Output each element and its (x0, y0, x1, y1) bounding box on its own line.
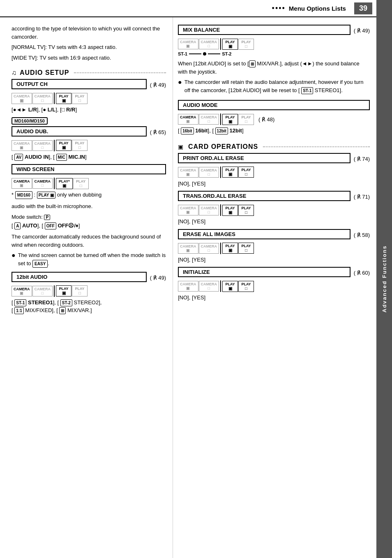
16bit-badge: 16bit (181, 127, 194, 134)
wind-description: The camcorder automatically reduces the … (12, 233, 166, 249)
audio-12bit-section: 12bit AUDIO ( ℟ 49) CAMERA ▣ CAMERA □ PL… (12, 272, 166, 315)
audio-dub-cam2: CAMERA □ (32, 140, 53, 151)
cam-icon-2: □ (41, 98, 44, 103)
wind-bullet-text: The wind screen cannot be turned off whe… (18, 251, 166, 268)
erase-all-wrap: ERASE ALL IMAGES (178, 229, 350, 241)
cam-btn-1: CAMERA ▣ (12, 93, 32, 104)
var-badge: ⊞ (59, 307, 66, 314)
wind-play2: PLAY □ (73, 178, 89, 189)
wind-screen-wrap: WIND SCREEN (12, 164, 166, 176)
mb-play2: PLAY □ (238, 39, 254, 50)
trans-ord-wrap: TRANS.ORD.ALL ERASE (178, 191, 350, 203)
po-play1: PLAY ▣ (222, 167, 238, 178)
side-tab: Advanced Functions (376, 0, 392, 558)
mix-balance-box: MIX BALANCE (178, 25, 350, 35)
audio-mode-cam-play: CAMERA ▣ CAMERA □ PLAY ▣ PLAY □ ( ℟ 48) (178, 113, 370, 125)
mode-p-badge: P (44, 215, 50, 220)
auto-badge: A (14, 222, 21, 229)
md160-badge-sm: MD160 (15, 191, 32, 199)
divider-4 (54, 285, 55, 297)
mb-play1: PLAY ▣ (222, 39, 238, 50)
po-cam2: CAMERA □ (199, 167, 219, 178)
initialize-wrap: INITIALIZE (178, 267, 350, 279)
audio-dub-cam1: CAMERA ▣ (12, 140, 32, 151)
header-dots: •••• (272, 4, 286, 13)
audio-setup-header: ♫ AUDIO SETUP (12, 69, 166, 76)
play-btn-1: PLAY ▣ (56, 93, 71, 104)
cam-label-2: CAMERA (35, 94, 51, 98)
output-ch-values: [●◄► L/R], [● L/L], [□ R/R] (12, 106, 166, 114)
cam-btn-2: CAMERA □ (32, 93, 53, 104)
audio-mode-wrap: AUDIO MODE (178, 100, 370, 112)
bullet-dot-1: ● (12, 251, 16, 268)
mode-switch-line: Mode switch: P (12, 214, 166, 220)
audio-mode-ref: ( ℟ 48) (258, 116, 274, 123)
off-badge: OFF (45, 222, 56, 229)
wind-auto-off: [ A AUTO], [ OFF OFF☹/♦] (12, 222, 166, 230)
st-dash-left (189, 53, 201, 54)
audio-mode-values: [ 16bit 16bit], [ 12bit 12bit] (178, 127, 370, 135)
wind-screen-cam-play: CAMERA ▣ CAMERA □ PLAY* ▣ PLAY □ (12, 178, 166, 189)
init-play1: PLAY ▣ (222, 281, 238, 292)
init-play2: PLAY □ (238, 281, 254, 292)
11-badge: 1:1 (14, 307, 23, 314)
card-icon: ▣ (178, 144, 183, 150)
a12-play1: PLAY ▣ (56, 285, 71, 296)
am-play1: PLAY ▣ (222, 114, 238, 125)
divider-to (220, 204, 221, 216)
st-balance-line: ST-1 ST-2 (178, 51, 370, 56)
print-ord-wrap: PRINT ORD.ALL ERASE (178, 153, 350, 165)
erase-all-ref: ( ℟ 58) (354, 232, 370, 238)
play-badge: PLAY ▣ (37, 192, 55, 199)
wind-cam2: CAMERA □ (32, 178, 53, 189)
wind-audio-note: audio with the built-in microphone. (12, 202, 166, 211)
audio-dub-play2: PLAY □ (72, 140, 88, 151)
play-btn-2: PLAY □ (72, 93, 88, 104)
audio-setup-title: AUDIO SETUP (20, 69, 69, 76)
a12-cam1: CAMERA ▣ (12, 286, 32, 296)
erase-all-cam-play: CAMERA ▣ CAMERA □ PLAY ▣ PLAY □ (178, 243, 370, 254)
page-header: •••• Menu Options Lists 39 (0, 0, 376, 17)
side-tab-label: Advanced Functions (381, 245, 387, 313)
erase-all-values: [NO], [YES] (178, 256, 370, 264)
print-ord-values: [NO], [YES] (178, 180, 370, 188)
audio-12bit-ref: ( ℟ 49) (150, 275, 166, 281)
audio-12bit-wrap: 12bit AUDIO (12, 272, 147, 284)
initialize-box: INITIALIZE (178, 267, 350, 277)
st2-badge: ST-2 (60, 299, 72, 306)
output-ch-box: OUTPUT CH (12, 79, 147, 89)
a12-cam2: CAMERA □ (32, 286, 53, 296)
trans-ord-cam-play: CAMERA ▣ CAMERA □ PLAY ▣ PLAY □ (178, 204, 370, 216)
st1-badge: ST-1 (14, 299, 26, 306)
bullet-dot-mb: ● (178, 78, 182, 94)
ea-play2: PLAY □ (238, 243, 254, 254)
erase-all-box: ERASE ALL IMAGES (178, 229, 350, 239)
divider-1 (54, 93, 55, 104)
audio-icon: ♫ (12, 69, 16, 76)
var-badge2: ⊞ (249, 60, 256, 67)
mix-balance-bullet-text: The camcorder will retain the audio bala… (184, 78, 370, 94)
intro-para-1: according to the type of television to w… (12, 25, 166, 41)
wind-cam1: CAMERA ▣ (12, 178, 32, 189)
12bit-badge: 12bit (215, 127, 228, 134)
wind-bullet: ● The wind screen cannot be turned off w… (12, 251, 166, 268)
divider-ea (220, 243, 221, 254)
init-cam1: CAMERA ▣ (178, 281, 198, 292)
audio-12bit-box: 12bit AUDIO (12, 272, 147, 282)
page-number: 39 (354, 2, 372, 14)
play-icon-2: □ (78, 98, 81, 103)
wind-screen-row: WIND SCREEN (12, 164, 166, 176)
mic-badge: MIC (56, 154, 67, 161)
am-cam2: CAMERA □ (199, 114, 219, 125)
audio-dub-box: AUDIO DUB. (12, 126, 147, 137)
audio-dub-play1: PLAY ▣ (56, 140, 71, 151)
print-ord-box: PRINT ORD.ALL ERASE (178, 153, 350, 163)
st1-badge2: ST-1 (301, 87, 313, 94)
card-ops-dots (263, 146, 370, 147)
print-ord-ref: ( ℟ 74) (354, 156, 370, 162)
init-cam2: CAMERA □ (199, 281, 219, 292)
trans-ord-row: TRANS.ORD.ALL ERASE ( ℟ 71) (178, 191, 370, 203)
play-label-2: PLAY (75, 94, 84, 98)
wind-screen-box: WIND SCREEN (12, 164, 166, 174)
st-dash-right (208, 53, 220, 54)
